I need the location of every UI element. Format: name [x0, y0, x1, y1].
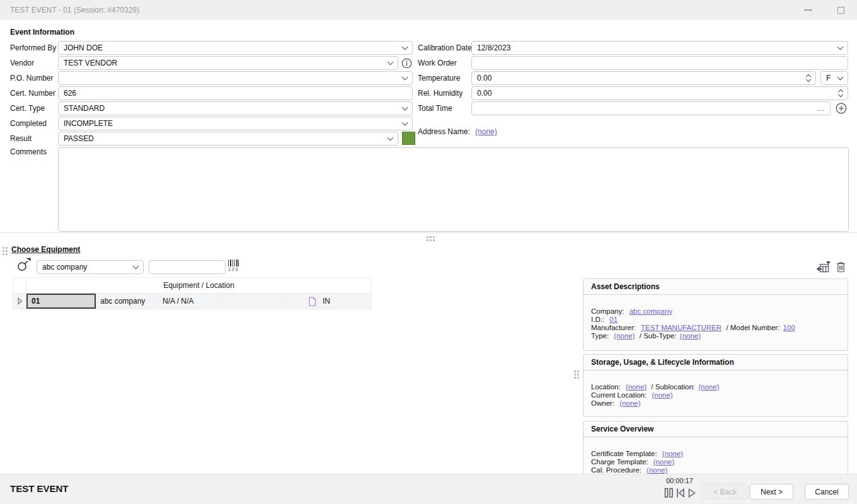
address-name-link[interactable]: (none)	[475, 127, 497, 136]
chevron-down-icon	[402, 74, 408, 80]
service-overview-panel: Service Overview Certificate Template: (…	[583, 421, 848, 474]
equipment-table: Equipment / Location 01 abc company N/A …	[13, 277, 372, 309]
certificate-template-link[interactable]: (none)	[662, 450, 683, 457]
chevron-down-icon	[402, 119, 408, 125]
asset-descriptions-heading: Asset Descriptions	[584, 279, 848, 295]
temperature-label: Temperature	[418, 71, 460, 85]
completed-label: Completed	[10, 117, 47, 130]
search-icon	[16, 257, 31, 273]
sublocation-label: / Sublocation:	[651, 383, 695, 391]
performed-by-combobox[interactable]: JOHN DOE	[58, 41, 413, 55]
chevron-down-icon	[388, 134, 394, 140]
spinner-updown-icon[interactable]	[839, 90, 843, 96]
chevron-down-icon	[402, 43, 408, 50]
total-time-label: Total Time	[418, 101, 452, 115]
wizard-footer: TEST EVENT 00:00:17 < Back Next > Cancel	[0, 474, 857, 504]
rel-humidity-spinner[interactable]: 0.00	[471, 86, 848, 100]
maximize-button[interactable]	[832, 0, 849, 20]
calibration-date-picker[interactable]: 12/8/2023	[471, 41, 848, 55]
chevron-down-icon	[837, 74, 844, 80]
location-link[interactable]: (none)	[626, 383, 647, 391]
spinner-updown-icon[interactable]	[807, 75, 810, 81]
address-name-row: Address Name: (none)	[418, 127, 497, 136]
current-location-link[interactable]: (none)	[652, 391, 672, 399]
maximize-icon	[837, 7, 844, 14]
play-button[interactable]	[687, 488, 696, 498]
equipment-empty-cell	[221, 294, 287, 309]
skip-to-start-icon	[676, 488, 685, 498]
skip-to-start-button[interactable]	[676, 488, 685, 498]
cal-procedure-link[interactable]: (none)	[647, 466, 667, 474]
company-label: Company:	[591, 307, 624, 315]
vendor-info-button[interactable]	[401, 57, 412, 69]
column-chooser-button[interactable]	[816, 261, 831, 273]
result-combobox[interactable]: PASSED	[58, 132, 398, 146]
row-expander-button[interactable]	[13, 294, 26, 309]
temperature-spinner[interactable]: 0.00	[471, 71, 816, 85]
equipment-table-row[interactable]: 01 abc company N/A / N/A IN	[13, 294, 371, 309]
vendor-combobox[interactable]: TEST VENDOR	[58, 56, 398, 70]
comments-textarea[interactable]	[58, 147, 849, 232]
equipment-status-cell[interactable]: IN	[287, 294, 371, 309]
subtype-label: / Sub-Type:	[640, 332, 677, 340]
temperature-unit-combobox[interactable]: F	[820, 71, 848, 85]
certificate-template-label: Certificate Template:	[591, 450, 657, 457]
choose-equipment-link[interactable]: Choose Equipment	[11, 245, 80, 254]
splitter-grip-vertical-icon[interactable]	[574, 370, 576, 372]
work-order-label: Work Order	[418, 56, 457, 70]
chevron-down-icon	[837, 43, 844, 50]
next-button[interactable]: Next >	[750, 484, 793, 500]
sublocation-link[interactable]: (none)	[698, 383, 719, 391]
column-chooser-icon	[816, 261, 831, 273]
asset-descriptions-panel: Asset Descriptions Company: abc company …	[583, 278, 848, 351]
equipment-id-cell[interactable]: 01	[26, 294, 96, 309]
manufacturer-link[interactable]: TEST MANUFACTURER	[641, 324, 722, 331]
delete-equipment-button[interactable]	[836, 261, 846, 273]
pause-button[interactable]	[664, 488, 674, 498]
cert-type-label: Cert. Type	[10, 101, 45, 115]
equipment-search-button[interactable]	[16, 257, 31, 273]
subtype-link[interactable]: (none)	[680, 332, 701, 340]
barcode-icon	[228, 260, 239, 266]
manufacturer-label: Manufacturer:	[591, 324, 636, 331]
window-title: TEST EVENT - 01 (Session: #470329)	[10, 0, 139, 20]
splitter-grip-horizontal-icon[interactable]	[427, 236, 428, 238]
equipment-company-cell[interactable]: abc company	[96, 294, 155, 309]
equipment-location-column-header[interactable]: Equipment / Location	[26, 278, 371, 293]
address-name-label: Address Name:	[418, 127, 470, 136]
minimize-icon	[804, 9, 812, 11]
work-order-input[interactable]	[471, 56, 848, 70]
add-time-button[interactable]	[836, 103, 847, 114]
owner-link[interactable]: (none)	[619, 399, 640, 407]
model-number-link[interactable]: 100	[783, 324, 795, 331]
charge-template-label: Charge Template:	[591, 458, 648, 466]
company-link[interactable]: abc company	[630, 307, 672, 315]
type-label: Type:	[591, 332, 609, 340]
po-number-combobox[interactable]	[58, 71, 413, 85]
minimize-button[interactable]	[799, 0, 817, 20]
equipment-company-filter-combobox[interactable]: abc company	[37, 260, 144, 274]
charge-template-link[interactable]: (none)	[653, 458, 674, 466]
ellipsis-button[interactable]: …	[817, 104, 825, 113]
equipment-search-input[interactable]	[149, 260, 226, 274]
comments-label: Comments	[10, 147, 47, 156]
equipment-location-cell[interactable]: N/A / N/A	[155, 294, 221, 309]
cancel-button[interactable]: Cancel	[805, 484, 849, 500]
barcode-scan-button[interactable]: 123	[227, 260, 239, 272]
cert-number-input[interactable]: 626	[58, 86, 413, 100]
cert-number-label: Cert. Number	[10, 86, 55, 100]
plus-circle-icon	[836, 103, 847, 114]
drag-handle-icon[interactable]	[3, 247, 4, 249]
play-icon	[687, 488, 696, 498]
expand-row-icon	[16, 297, 23, 305]
vendor-label: Vendor	[10, 56, 34, 70]
session-timer: 00:00:17	[666, 477, 693, 484]
wizard-title: TEST EVENT	[10, 474, 69, 503]
completed-combobox[interactable]: INCOMPLETE	[58, 117, 413, 130]
cert-type-combobox[interactable]: STANDARD	[58, 101, 413, 115]
total-time-input[interactable]: …	[471, 101, 831, 115]
id-link[interactable]: 01	[609, 316, 618, 323]
back-button[interactable]: < Back	[701, 484, 749, 500]
type-link[interactable]: (none)	[614, 332, 635, 340]
chevron-down-icon	[133, 263, 139, 269]
